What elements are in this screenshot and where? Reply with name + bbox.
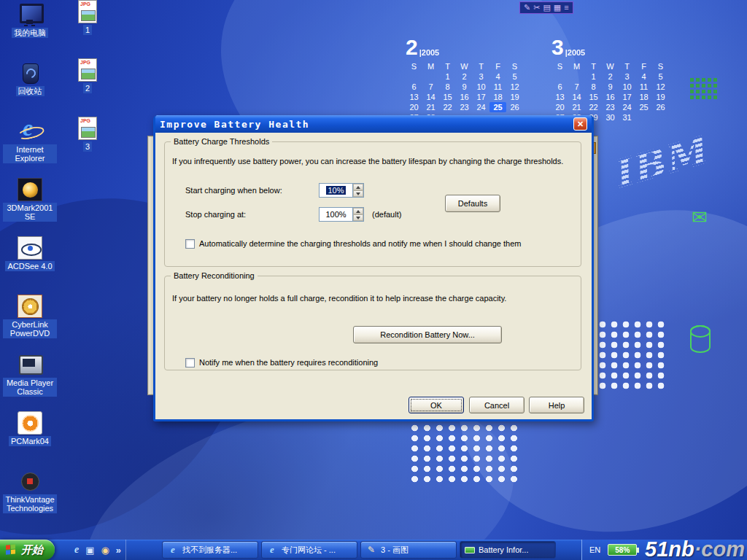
desktop-icon-label: PCMark04: [9, 436, 51, 446]
defaults-button[interactable]: Defaults: [445, 195, 500, 212]
notify-reconditioning-row: Notify me when the battery requires reco…: [185, 358, 378, 368]
pen-icon[interactable]: ✎: [524, 2, 530, 13]
calendar-day-header: S: [551, 61, 568, 71]
arrow-up-icon: [356, 210, 360, 213]
taskbar-task[interactable]: e专门网论坛 - ...: [261, 541, 357, 559]
jpg-file-icon: [78, 0, 97, 23]
scissors-icon[interactable]: ✂: [533, 2, 540, 13]
desktop-icon-label: CyberLink PowerDVD: [3, 319, 57, 338]
battery-charge-thresholds-group: Battery Charge Thresholds If you infrequ…: [164, 141, 581, 267]
calendar-year: |2005: [565, 48, 586, 57]
battery-reconditioning-group: Battery Reconditioning If your battery n…: [164, 276, 581, 370]
battery-tray-icon[interactable]: 58%: [608, 544, 637, 556]
watermark-suffix: ·com: [694, 537, 745, 560]
language-indicator[interactable]: EN: [589, 545, 600, 554]
start-button[interactable]: 开始: [0, 540, 55, 560]
recondition-battery-button[interactable]: Recondition Battery Now...: [353, 326, 502, 343]
calendar-day: 17: [473, 92, 489, 102]
notify-reconditioning-checkbox[interactable]: [185, 358, 195, 368]
stop-spinner-down-button[interactable]: [353, 214, 363, 221]
calendar-day: 15: [585, 92, 602, 102]
desktop-shortcut-pcmark[interactable]: PCMark04: [9, 411, 51, 462]
calendar-day: [635, 112, 652, 122]
acdsee-icon: [18, 236, 42, 260]
calendar-day: 4: [489, 71, 506, 82]
quick-launch-overflow-chevron[interactable]: »: [116, 545, 121, 556]
calendar-day: 18: [635, 92, 652, 102]
calendar-day-header: T: [585, 61, 602, 71]
desktop-icon-label: 2: [83, 83, 92, 93]
reconditioning-group-title: Battery Reconditioning: [171, 271, 258, 280]
desktop-shortcut-mpc[interactable]: Media Player Classic: [3, 353, 57, 403]
desktop-shortcut-powerdvd[interactable]: CyberLink PowerDVD: [3, 295, 57, 345]
calendar-month-number: 3: [551, 38, 564, 57]
calendar-day: 6: [551, 82, 568, 92]
calendar-day-header: W: [456, 61, 473, 71]
calendar-day: [568, 71, 585, 82]
start-label: 开始: [21, 543, 43, 557]
calendar-day: 12: [652, 82, 669, 92]
my-computer-icon: [18, 3, 42, 26]
calendar-day: 14: [422, 92, 439, 102]
taskbar-task[interactable]: ✎3 - 画图: [360, 541, 457, 559]
desktop-shortcut-computer[interactable]: 我的电脑: [12, 3, 48, 53]
keyboard-icon[interactable]: ▤: [543, 2, 550, 13]
calendar-day: 24: [619, 102, 635, 112]
close-icon: ✕: [577, 120, 584, 129]
calendar-day: 1: [439, 71, 456, 82]
show-desktop-icon[interactable]: ▣: [85, 545, 94, 556]
calendar-day: 23: [456, 102, 473, 112]
stop-charging-value[interactable]: 100%: [320, 208, 352, 221]
quick-launch: e▣◉»: [70, 540, 126, 560]
auto-determine-checkbox[interactable]: [185, 239, 195, 249]
floating-toolbar: ✎✂▤▦≡: [519, 1, 573, 14]
desktop-icon-label: 3: [83, 141, 92, 152]
calendar-day: 11: [635, 82, 652, 92]
list-icon[interactable]: ≡: [564, 2, 568, 13]
dots-pattern-decoration: [409, 423, 519, 484]
desktop-shortcut-thinkvantage[interactable]: ThinkVantage Technologies: [3, 470, 57, 520]
taskbar-task[interactable]: Battery Infor...: [460, 541, 556, 559]
calendar-day-header: M: [568, 61, 585, 71]
help-button[interactable]: Help: [529, 397, 584, 413]
calendar-day: 17: [619, 92, 635, 102]
start-charging-field[interactable]: 10%: [320, 184, 352, 197]
calendar-day: 7: [568, 82, 585, 92]
start-charging-label: Start charging when below:: [185, 186, 282, 195]
desktop-shortcut-jpg[interactable]: 3: [78, 117, 97, 167]
thinkvantage-icon: [18, 470, 42, 493]
calendar-day: 23: [602, 102, 619, 112]
start-spinner-down-button[interactable]: [353, 190, 363, 197]
calendar-title: 2|2005: [406, 38, 523, 57]
grid-icon[interactable]: ▦: [554, 2, 561, 13]
desktop-shortcut-ie[interactable]: Internet Explorer: [3, 120, 57, 170]
calendar-day-header: S: [652, 61, 669, 71]
stop-spinner-up-button[interactable]: [353, 208, 363, 214]
start-spinner-buttons: [352, 184, 363, 197]
powerdvd-icon: [18, 295, 42, 318]
desktop-icon-label: ThinkVantage Technologies: [3, 494, 57, 513]
arrow-down-icon: [356, 192, 360, 195]
desktop-shortcut-acdsee[interactable]: ACDSee 4.0: [5, 236, 54, 287]
desktop-shortcut-jpg[interactable]: 2: [78, 58, 97, 109]
calendar-day: 13: [551, 92, 568, 102]
cancel-button[interactable]: Cancel: [469, 397, 525, 413]
start-spinner-up-button[interactable]: [353, 184, 363, 190]
internet-explorer-quicklaunch-icon[interactable]: e: [74, 544, 79, 556]
media-player-quicklaunch-icon[interactable]: ◉: [101, 545, 109, 556]
desktop-shortcut-recycle[interactable]: 回收站: [16, 61, 44, 112]
dialog-title-bar[interactable]: Improve Battery Health ✕: [155, 115, 592, 133]
taskbar-task[interactable]: e找不到服务器...: [162, 541, 258, 559]
calendar-day: 3: [473, 71, 489, 82]
desktop-shortcut-threedmark[interactable]: 3DMark2001 SE: [3, 178, 57, 228]
calendar-day: 31: [619, 112, 635, 122]
start-charging-spinner[interactable]: 10%: [319, 183, 364, 198]
close-button[interactable]: ✕: [573, 117, 587, 131]
calendar-day: 20: [551, 102, 568, 112]
ibm-logo: IBM: [607, 128, 712, 197]
grid-decoration-icon: [690, 77, 718, 99]
wallpaper-calendar-february: 2|2005SMTWTFS123456789101112131415161718…: [406, 38, 523, 122]
ok-button[interactable]: OK: [409, 397, 464, 413]
desktop-shortcut-jpg[interactable]: 1: [78, 0, 97, 50]
stop-charging-spinner[interactable]: 100%: [319, 207, 364, 222]
